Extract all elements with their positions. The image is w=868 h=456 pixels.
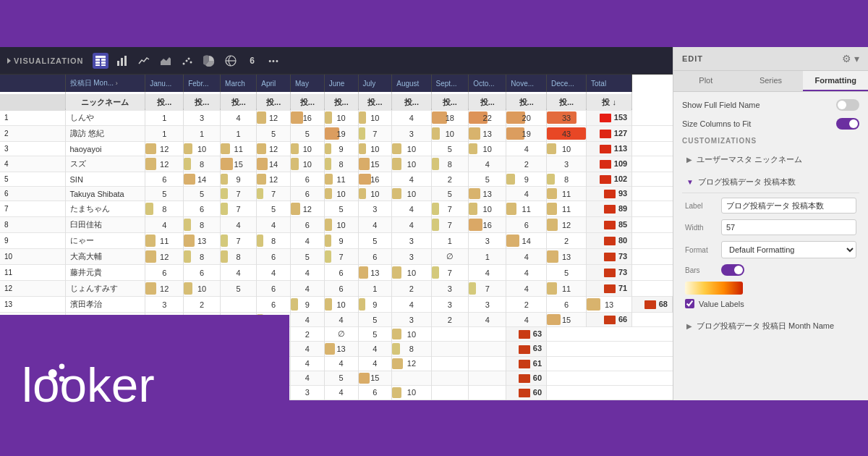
col-header-feb[interactable]: Febr... <box>184 75 221 92</box>
page-wrapper: VISUALIZATION <box>0 0 868 456</box>
subheader-apr: 投... <box>257 94 291 111</box>
collapse-arrow-date: ▶ <box>686 322 692 330</box>
cell-value: 10 <box>324 187 358 201</box>
col-header-total[interactable]: Total <box>587 75 632 92</box>
cell-value <box>431 356 469 371</box>
cell-value: 4 <box>324 313 358 327</box>
map-chart-icon[interactable] <box>223 53 239 69</box>
scatter-chart-icon[interactable] <box>179 53 195 69</box>
cell-value: 14 <box>184 172 221 187</box>
col-header-jan[interactable]: Janu... <box>145 75 184 92</box>
cell-value: 4 <box>506 313 547 327</box>
show-full-field-name-toggle[interactable] <box>836 99 859 111</box>
custom-section-date: ▶ ブログ投稿データ 投稿日 Month Name <box>682 317 859 335</box>
svg-marker-10 <box>161 57 171 65</box>
label-field-label: Label <box>685 202 721 210</box>
cell-value: 10 <box>392 327 431 342</box>
custom-row-date[interactable]: ▶ ブログ投稿データ 投稿日 Month Name <box>682 317 859 335</box>
color-gradient-bar[interactable] <box>685 282 743 295</box>
row-total: 73 <box>587 249 632 265</box>
col-header-jun[interactable]: June <box>324 75 358 92</box>
bar-chart-icon[interactable] <box>114 53 130 69</box>
table-icon[interactable] <box>93 53 109 69</box>
cell-value: 11 <box>221 142 257 156</box>
cell-value: 16 <box>469 217 506 233</box>
value-labels-label: Value Labels <box>699 300 744 308</box>
col-header-dec[interactable]: Dece... <box>547 75 587 92</box>
format-select[interactable]: Default Formatting <box>721 241 856 258</box>
cell-value: 4 <box>506 142 547 156</box>
row-total: 66 <box>587 313 632 327</box>
col-header-jul[interactable]: July <box>358 75 392 92</box>
svg-rect-4 <box>101 62 106 64</box>
cell-value: 2 <box>184 297 221 313</box>
row-total: 60 <box>506 371 547 385</box>
col-header-sep[interactable]: Sept... <box>431 75 469 92</box>
tab-plot[interactable]: Plot <box>673 71 739 91</box>
cell-value: 11 <box>324 172 358 187</box>
edit-title: EDIT <box>682 54 703 63</box>
subheader-oct: 投... <box>469 94 506 111</box>
line-chart-icon[interactable] <box>136 53 152 69</box>
subheader-jul: 投... <box>358 94 392 111</box>
custom-row-nickname[interactable]: ▶ ユーザーマスタ ニックネーム <box>682 151 859 169</box>
cell-value: 10 <box>392 142 431 156</box>
cell-value: 4 <box>392 172 431 187</box>
more-options-icon[interactable]: ••• <box>266 53 282 69</box>
size-columns-toggle[interactable] <box>836 118 859 130</box>
area-chart-icon[interactable] <box>158 53 174 69</box>
cell-value: 4 <box>291 265 325 281</box>
subheader-jun: 投... <box>324 94 358 111</box>
tab-series[interactable]: Series <box>739 71 804 91</box>
row-total: 63 <box>506 327 547 342</box>
cell-value: 7 <box>431 265 469 281</box>
tab-formatting[interactable]: Formatting <box>803 71 868 91</box>
toggle-knob <box>838 101 846 109</box>
format-field-label: Format <box>685 246 721 254</box>
col-header-mar[interactable]: March <box>221 75 257 92</box>
cell-value: 10 <box>392 156 431 172</box>
collapse-triangle[interactable] <box>7 58 11 64</box>
table-row: 3haoyayoi121011121091010510410113 <box>0 142 673 156</box>
cell-value: 12 <box>291 201 325 217</box>
cell-value: 8 <box>184 217 221 233</box>
cell-value: 12 <box>145 156 184 172</box>
cell-value: 43 <box>547 126 587 142</box>
cell-value: 6 <box>324 265 358 281</box>
col-header-name[interactable]: 投稿日 Mon... › <box>65 75 145 92</box>
cell-value <box>469 327 506 342</box>
cell-value: 1 <box>184 126 221 142</box>
cell-value: 10 <box>547 142 587 156</box>
gear-icon[interactable]: ⚙ ▾ <box>842 53 859 64</box>
cell-value: 11 <box>547 187 587 201</box>
col-header-nov[interactable]: Nove... <box>506 75 547 92</box>
cell-value: 9 <box>221 172 257 187</box>
col-header-aug[interactable]: August <box>392 75 431 92</box>
subheader-total: 投 ↓ <box>587 94 632 111</box>
width-input[interactable] <box>721 219 856 235</box>
cell-value: 1 <box>145 109 184 126</box>
value-labels-checkbox[interactable] <box>685 299 694 308</box>
number-chart-icon[interactable]: 6 <box>244 53 260 69</box>
col-header-may[interactable]: May <box>291 75 325 92</box>
svg-rect-0 <box>95 56 106 58</box>
bars-toggle[interactable] <box>721 264 744 276</box>
col-header-oct[interactable]: Octo... <box>469 75 506 92</box>
col-header-apr[interactable]: April <box>257 75 291 92</box>
label-input[interactable] <box>721 198 856 214</box>
cell-value: 33 <box>547 109 587 126</box>
cell-value: 4 <box>257 217 291 233</box>
custom-row-posts[interactable]: ▼ ブログ投稿データ 投稿本数 <box>682 173 859 191</box>
cell-value: 5 <box>358 313 392 327</box>
cell-value: 2 <box>547 233 587 249</box>
width-field-label: Width <box>685 224 721 232</box>
svg-rect-3 <box>95 62 100 64</box>
pie-chart-icon[interactable] <box>201 53 217 69</box>
cell-value: 4 <box>469 313 506 327</box>
cell-value: 14 <box>257 156 291 172</box>
cell-value: 4 <box>145 217 184 233</box>
cell-value: 1 <box>221 126 257 142</box>
cell-value: 4 <box>358 356 392 371</box>
cell-value: 10 <box>291 142 325 156</box>
table-header-row2: ニックネーム 投... 投... 投... 投... 投... 投... 投..… <box>0 92 673 109</box>
